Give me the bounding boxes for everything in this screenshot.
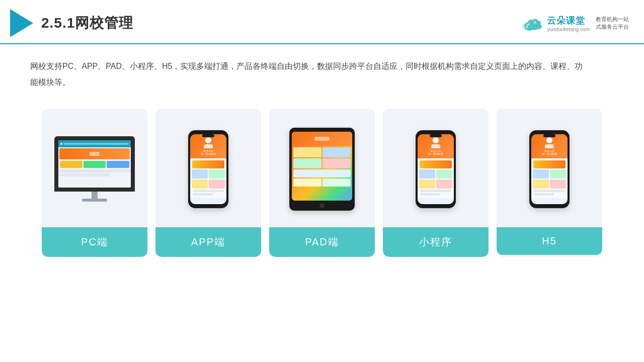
- pc-image-area: [48, 119, 141, 219]
- pc-label: PC端: [42, 227, 147, 257]
- brand-logo: 云朵课堂 yunduoketang.com: [520, 15, 590, 32]
- header: 2.5.1网校管理 云朵课堂 yunduoketang.com 教育机构一站式服…: [0, 0, 644, 44]
- brand-name: 云朵课堂: [547, 15, 585, 27]
- svg-point-3: [534, 21, 536, 24]
- header-left: 2.5.1网校管理: [10, 9, 133, 37]
- h5-phone-icon: 职达人的第一堂训练课: [529, 130, 570, 208]
- miniapp-phone-icon: 职达人的第一堂训练课: [416, 130, 456, 208]
- pad-image-area: [275, 119, 369, 219]
- pad-tablet-icon: [289, 128, 355, 211]
- app-phone-icon: 职达人的第一堂训练课: [188, 130, 228, 208]
- miniapp-label: 小程序: [383, 227, 489, 257]
- miniapp-image-area: 职达人的第一堂训练课: [389, 119, 482, 219]
- brand-url: yunduoketang.com: [547, 27, 590, 32]
- app-label: APP端: [155, 227, 261, 257]
- brand-text: 云朵课堂 yunduoketang.com: [547, 15, 590, 32]
- pad-card: PAD端: [269, 109, 375, 257]
- pc-card: PC端: [42, 109, 147, 257]
- logo-triangle-icon: [10, 9, 33, 37]
- page-title: 2.5.1网校管理: [41, 14, 133, 33]
- brand-slogan: 教育机构一站式服务云平台: [596, 16, 629, 31]
- cards-container: PC端 职达人的第一堂训练课: [30, 109, 614, 257]
- miniapp-card: 职达人的第一堂训练课: [383, 109, 489, 257]
- main-content: 网校支持PC、APP、PAD、小程序、H5，实现多端打通，产品各终端自由切换，数…: [0, 44, 644, 267]
- h5-image-area: 职达人的第一堂训练课: [503, 119, 596, 219]
- h5-label: H5: [497, 227, 602, 255]
- cloud-logo-icon: [520, 15, 544, 31]
- h5-card: 职达人的第一堂训练课: [497, 109, 602, 257]
- description-text: 网校支持PC、APP、PAD、小程序、H5，实现多端打通，产品各终端自由切换，数…: [30, 58, 584, 90]
- app-image-area: 职达人的第一堂训练课: [162, 119, 255, 219]
- app-card: 职达人的第一堂训练课: [155, 109, 261, 257]
- pad-label: PAD端: [269, 227, 375, 257]
- header-right: 云朵课堂 yunduoketang.com 教育机构一站式服务云平台: [520, 15, 629, 32]
- pc-monitor-icon: [54, 136, 135, 202]
